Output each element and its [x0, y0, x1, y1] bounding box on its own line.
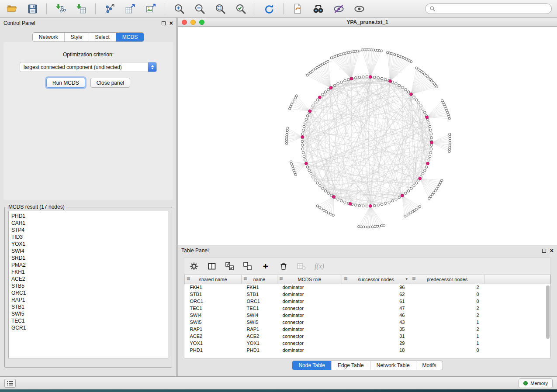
table-cell[interactable]: 18 [342, 347, 410, 354]
table-cell[interactable]: TEC1 [185, 305, 242, 312]
show-glyphs-button[interactable] [353, 2, 366, 15]
table-row[interactable]: PHD1PHD1dominator180 [185, 347, 550, 354]
zoom-in-button[interactable] [173, 2, 186, 15]
mcds-result-item[interactable]: TEC1 [9, 317, 168, 324]
table-cell[interactable]: 2 [410, 305, 484, 312]
table-cell[interactable]: 46 [342, 312, 410, 319]
table-cell[interactable]: 35 [342, 326, 410, 333]
import-table-button[interactable] [75, 2, 88, 15]
tab-motifs[interactable]: Motifs [416, 361, 443, 370]
mcds-result-item[interactable]: FKH1 [9, 268, 168, 275]
table-cell[interactable]: 0 [410, 347, 484, 354]
table-cell[interactable]: connector [277, 319, 342, 326]
add-column-button[interactable]: + [260, 261, 271, 272]
mcds-result-item[interactable]: SWI5 [9, 310, 168, 317]
memory-button[interactable]: Memory [519, 378, 553, 388]
open-session-button[interactable] [5, 2, 18, 15]
table-cell[interactable]: dominator [277, 284, 342, 291]
run-mcds-button[interactable]: Run MCDS [46, 78, 85, 88]
table-row[interactable]: SWI4SWI4dominator462 [185, 312, 550, 319]
float-table-panel-icon[interactable] [542, 249, 546, 253]
search-network-button[interactable] [311, 2, 325, 15]
select-all-button[interactable] [225, 261, 235, 272]
zoom-selected-button[interactable] [234, 2, 247, 15]
table-cell[interactable]: dominator [277, 298, 342, 305]
tab-mcds[interactable]: MCDS [116, 33, 144, 41]
zoom-out-button[interactable] [193, 2, 206, 15]
table-cell[interactable]: ACE2 [242, 333, 277, 340]
table-cell[interactable]: STB1 [242, 291, 277, 298]
table-cell[interactable]: 43 [342, 319, 410, 326]
mcds-result-item[interactable]: STB5 [9, 282, 168, 289]
mcds-result-item[interactable]: PMA2 [9, 261, 168, 268]
scrollbar-thumb[interactable] [546, 285, 550, 339]
column-menu-icon[interactable]: ▾ [405, 277, 408, 281]
table-cell[interactable]: 29 [342, 340, 410, 347]
mcds-result-item[interactable]: STP4 [9, 227, 168, 234]
table-row[interactable]: ACE2ACE2connector311 [185, 333, 550, 340]
tab-node-table[interactable]: Node Table [292, 361, 331, 370]
export-network-button[interactable] [103, 2, 116, 15]
table-cell[interactable]: PHD1 [242, 347, 277, 354]
tab-select[interactable]: Select [89, 33, 116, 41]
minimize-window-icon[interactable] [190, 20, 196, 25]
table-cell[interactable]: SWI4 [185, 312, 242, 319]
show-columns-button[interactable] [207, 261, 217, 272]
criterion-select[interactable]: largest connected component (undirected) [20, 62, 157, 72]
share-document-button[interactable] [291, 2, 304, 15]
import-network-button[interactable] [54, 2, 67, 15]
mcds-result-item[interactable]: YOX1 [9, 241, 168, 248]
network-canvas[interactable] [178, 27, 557, 245]
table-cell[interactable]: SWI5 [242, 319, 277, 326]
table-cell[interactable]: ACE2 [185, 333, 242, 340]
tab-style[interactable]: Style [64, 33, 89, 41]
table-cell[interactable]: dominator [277, 347, 342, 354]
table-cell[interactable]: TEC1 [242, 305, 277, 312]
column-header-shared-name[interactable]: ▦shared name [185, 275, 242, 284]
table-cell[interactable]: 61 [342, 298, 410, 305]
mcds-result-item[interactable]: SRD1 [9, 254, 168, 261]
mcds-result-item[interactable]: PHD1 [9, 213, 168, 220]
table-cell[interactable]: 31 [342, 333, 410, 340]
close-window-icon[interactable] [182, 20, 187, 25]
table-cell[interactable]: 2 [410, 312, 484, 319]
search-input[interactable] [438, 6, 547, 12]
table-cell[interactable]: 2 [410, 284, 484, 291]
table-cell[interactable]: YOX1 [242, 340, 277, 347]
mcds-result-item[interactable]: GCR1 [9, 324, 168, 331]
column-header-MCDS-role[interactable]: ▦MCDS role [277, 275, 342, 284]
table-cell[interactable]: dominator [277, 312, 342, 319]
column-header-successor-nodes[interactable]: ▦successor nodes▾ [342, 275, 410, 284]
close-table-panel-icon[interactable]: × [550, 248, 554, 254]
export-table-button[interactable] [124, 2, 137, 15]
table-cell[interactable]: dominator [277, 291, 342, 298]
float-panel-icon[interactable] [162, 21, 166, 25]
mcds-result-item[interactable]: ACE2 [9, 275, 168, 282]
table-cell[interactable]: 96 [342, 284, 410, 291]
table-cell[interactable]: connector [277, 305, 342, 312]
table-row[interactable]: FKH1FKH1dominator962 [185, 284, 550, 291]
table-cell[interactable]: FKH1 [242, 284, 277, 291]
table-cell[interactable]: FKH1 [185, 284, 242, 291]
export-image-button[interactable] [144, 2, 157, 15]
table-cell[interactable]: RAP1 [242, 326, 277, 333]
table-cell[interactable]: 0 [410, 291, 484, 298]
zoom-fit-button[interactable] [214, 2, 227, 15]
network-view[interactable] [178, 27, 557, 245]
mcds-result-item[interactable]: ORC1 [9, 289, 168, 296]
table-cell[interactable]: SWI4 [242, 312, 277, 319]
table-cell[interactable]: SWI5 [185, 319, 242, 326]
table-row[interactable]: ORC1ORC1dominator610 [185, 298, 550, 305]
tab-edge-table[interactable]: Edge Table [331, 361, 370, 370]
table-row[interactable]: TEC1TEC1connector472 [185, 305, 550, 312]
table-cell[interactable]: 1 [410, 333, 484, 340]
table-scrollbar[interactable] [546, 285, 550, 357]
column-header-predecessor-nodes[interactable]: ▦predecessor nodes [410, 275, 484, 284]
table-cell[interactable]: dominator [277, 326, 342, 333]
table-cell[interactable]: ORC1 [242, 298, 277, 305]
table-settings-button[interactable] [189, 261, 199, 272]
delete-column-button[interactable] [278, 261, 289, 272]
table-row[interactable]: RAP1RAP1dominator352 [185, 326, 550, 333]
table-cell[interactable]: 2 [410, 326, 484, 333]
apply-function-button[interactable]: f(x) [314, 261, 325, 272]
